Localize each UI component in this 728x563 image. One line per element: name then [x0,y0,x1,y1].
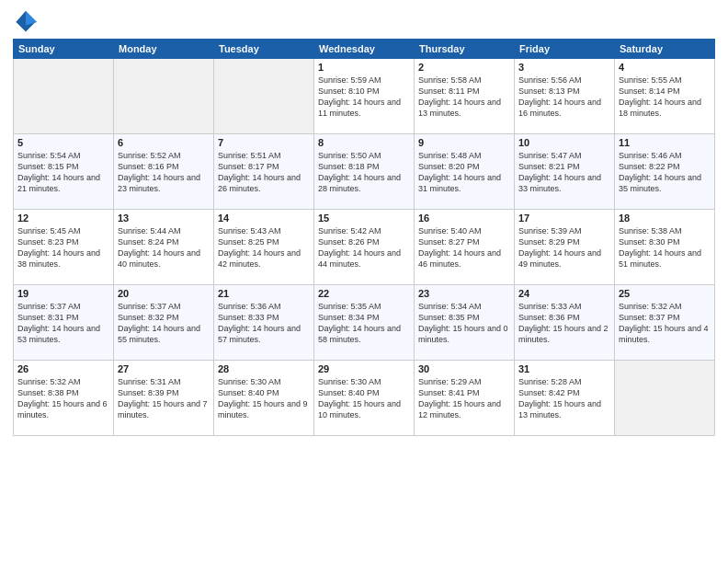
day-number: 23 [418,288,510,299]
day-number: 18 [619,213,711,224]
day-number: 7 [218,137,310,148]
calendar-cell [214,59,314,134]
day-info: Sunrise: 5:47 AMSunset: 8:21 PMDaylight:… [518,150,610,195]
day-info: Sunrise: 5:55 AMSunset: 8:14 PMDaylight:… [619,75,711,120]
day-info: Sunrise: 5:32 AMSunset: 8:37 PMDaylight:… [619,301,711,346]
day-number: 10 [518,137,610,148]
day-info: Sunrise: 5:37 AMSunset: 8:32 PMDaylight:… [118,301,210,346]
day-number: 8 [318,137,410,148]
calendar-cell: 27Sunrise: 5:31 AMSunset: 8:39 PMDayligh… [114,361,214,436]
svg-marker-1 [26,11,37,26]
calendar-cell: 20Sunrise: 5:37 AMSunset: 8:32 PMDayligh… [114,285,214,361]
day-number: 17 [518,213,610,224]
calendar-container: SundayMondayTuesdayWednesdayThursdayFrid… [0,0,728,563]
calendar-cell: 24Sunrise: 5:33 AMSunset: 8:36 PMDayligh… [515,285,615,361]
calendar-cell: 1Sunrise: 5:59 AMSunset: 8:10 PMDaylight… [314,59,415,134]
day-info: Sunrise: 5:35 AMSunset: 8:34 PMDaylight:… [318,301,410,346]
day-number: 15 [318,213,410,224]
day-number: 4 [619,62,711,73]
calendar-week-3: 12Sunrise: 5:45 AMSunset: 8:23 PMDayligh… [14,210,715,285]
calendar-cell: 26Sunrise: 5:32 AMSunset: 8:38 PMDayligh… [14,361,114,436]
day-info: Sunrise: 5:42 AMSunset: 8:26 PMDaylight:… [318,225,410,270]
calendar-cell: 28Sunrise: 5:30 AMSunset: 8:40 PMDayligh… [214,361,314,436]
calendar-cell: 18Sunrise: 5:38 AMSunset: 8:30 PMDayligh… [615,210,715,285]
calendar-cell: 5Sunrise: 5:54 AMSunset: 8:15 PMDaylight… [14,134,114,210]
calendar-cell: 21Sunrise: 5:36 AMSunset: 8:33 PMDayligh… [214,285,314,361]
calendar-week-2: 5Sunrise: 5:54 AMSunset: 8:15 PMDaylight… [14,134,715,210]
header [13,9,715,35]
calendar-cell: 12Sunrise: 5:45 AMSunset: 8:23 PMDayligh… [14,210,114,285]
day-number: 29 [318,363,410,374]
calendar-cell: 23Sunrise: 5:34 AMSunset: 8:35 PMDayligh… [415,285,515,361]
day-info: Sunrise: 5:44 AMSunset: 8:24 PMDaylight:… [118,225,210,270]
calendar-cell: 22Sunrise: 5:35 AMSunset: 8:34 PMDayligh… [314,285,415,361]
day-number: 19 [17,288,109,299]
day-number: 12 [17,213,109,224]
day-info: Sunrise: 5:50 AMSunset: 8:18 PMDaylight:… [318,150,410,195]
day-info: Sunrise: 5:30 AMSunset: 8:40 PMDaylight:… [318,376,410,421]
weekday-header-tuesday: Tuesday [214,40,314,59]
calendar-cell: 7Sunrise: 5:51 AMSunset: 8:17 PMDaylight… [214,134,314,210]
day-number: 21 [218,288,310,299]
day-info: Sunrise: 5:30 AMSunset: 8:40 PMDaylight:… [218,376,310,421]
weekday-header-friday: Friday [515,40,615,59]
day-number: 22 [318,288,410,299]
calendar-cell: 29Sunrise: 5:30 AMSunset: 8:40 PMDayligh… [314,361,415,436]
calendar-body: 1Sunrise: 5:59 AMSunset: 8:10 PMDaylight… [14,59,715,436]
weekday-header-saturday: Saturday [615,40,715,59]
calendar-table: SundayMondayTuesdayWednesdayThursdayFrid… [13,39,715,436]
logo-icon [13,9,39,35]
weekday-header-monday: Monday [114,40,214,59]
day-info: Sunrise: 5:37 AMSunset: 8:31 PMDaylight:… [17,301,109,346]
day-info: Sunrise: 5:29 AMSunset: 8:41 PMDaylight:… [418,376,510,421]
calendar-cell: 2Sunrise: 5:58 AMSunset: 8:11 PMDaylight… [415,59,515,134]
calendar-cell: 6Sunrise: 5:52 AMSunset: 8:16 PMDaylight… [114,134,214,210]
calendar-cell: 9Sunrise: 5:48 AMSunset: 8:20 PMDaylight… [415,134,515,210]
day-number: 25 [619,288,711,299]
day-number: 27 [118,363,210,374]
day-number: 14 [218,213,310,224]
calendar-week-4: 19Sunrise: 5:37 AMSunset: 8:31 PMDayligh… [14,285,715,361]
day-info: Sunrise: 5:33 AMSunset: 8:36 PMDaylight:… [518,301,610,346]
day-info: Sunrise: 5:34 AMSunset: 8:35 PMDaylight:… [418,301,510,346]
weekday-header-sunday: Sunday [14,40,114,59]
calendar-cell: 11Sunrise: 5:46 AMSunset: 8:22 PMDayligh… [615,134,715,210]
day-info: Sunrise: 5:36 AMSunset: 8:33 PMDaylight:… [218,301,310,346]
day-number: 28 [218,363,310,374]
calendar-cell: 3Sunrise: 5:56 AMSunset: 8:13 PMDaylight… [515,59,615,134]
day-number: 30 [418,363,510,374]
day-info: Sunrise: 5:28 AMSunset: 8:42 PMDaylight:… [518,376,610,421]
calendar-cell: 8Sunrise: 5:50 AMSunset: 8:18 PMDaylight… [314,134,415,210]
day-info: Sunrise: 5:43 AMSunset: 8:25 PMDaylight:… [218,225,310,270]
calendar-cell: 15Sunrise: 5:42 AMSunset: 8:26 PMDayligh… [314,210,415,285]
calendar-week-5: 26Sunrise: 5:32 AMSunset: 8:38 PMDayligh… [14,361,715,436]
calendar-cell: 16Sunrise: 5:40 AMSunset: 8:27 PMDayligh… [415,210,515,285]
calendar-cell [615,361,715,436]
calendar-cell: 25Sunrise: 5:32 AMSunset: 8:37 PMDayligh… [615,285,715,361]
day-info: Sunrise: 5:58 AMSunset: 8:11 PMDaylight:… [418,75,510,120]
day-info: Sunrise: 5:32 AMSunset: 8:38 PMDaylight:… [17,376,109,421]
day-info: Sunrise: 5:46 AMSunset: 8:22 PMDaylight:… [619,150,711,195]
day-info: Sunrise: 5:40 AMSunset: 8:27 PMDaylight:… [418,225,510,270]
day-number: 3 [518,62,610,73]
day-number: 13 [118,213,210,224]
calendar-cell: 13Sunrise: 5:44 AMSunset: 8:24 PMDayligh… [114,210,214,285]
day-number: 9 [418,137,510,148]
day-number: 2 [418,62,510,73]
day-info: Sunrise: 5:38 AMSunset: 8:30 PMDaylight:… [619,225,711,270]
day-number: 5 [17,137,109,148]
calendar-cell: 4Sunrise: 5:55 AMSunset: 8:14 PMDaylight… [615,59,715,134]
calendar-cell [14,59,114,134]
day-info: Sunrise: 5:31 AMSunset: 8:39 PMDaylight:… [118,376,210,421]
weekday-header-wednesday: Wednesday [314,40,415,59]
calendar-cell: 17Sunrise: 5:39 AMSunset: 8:29 PMDayligh… [515,210,615,285]
day-number: 11 [619,137,711,148]
day-info: Sunrise: 5:54 AMSunset: 8:15 PMDaylight:… [17,150,109,195]
day-number: 31 [518,363,610,374]
weekday-header-thursday: Thursday [415,40,515,59]
day-info: Sunrise: 5:45 AMSunset: 8:23 PMDaylight:… [17,225,109,270]
day-number: 1 [318,62,410,73]
calendar-cell: 19Sunrise: 5:37 AMSunset: 8:31 PMDayligh… [14,285,114,361]
logo [13,9,42,35]
calendar-cell: 14Sunrise: 5:43 AMSunset: 8:25 PMDayligh… [214,210,314,285]
